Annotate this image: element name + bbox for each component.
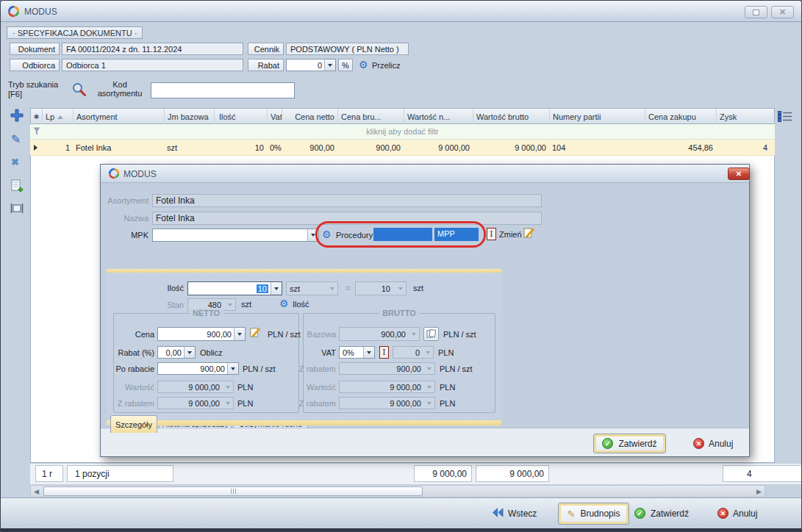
grid-header-cells: LpAsortymentJm bazowaIlośćVatCena nettoC… bbox=[43, 109, 774, 125]
bazowa-combo: 900,00 bbox=[339, 327, 420, 341]
grid-cell[interactable]: 900,00 bbox=[337, 140, 404, 156]
text-cursor-icon[interactable]: I bbox=[487, 228, 496, 240]
rabat-pct-combo[interactable]: 0,00 bbox=[157, 346, 196, 359]
chevron-down-icon bbox=[237, 333, 242, 336]
add-row-icon[interactable] bbox=[10, 109, 24, 123]
grid-cell[interactable]: 0% bbox=[267, 140, 282, 156]
netto-wartosc-unit: PLN bbox=[237, 383, 253, 392]
close-button[interactable]: ✕ bbox=[771, 6, 794, 18]
anuluj-button[interactable]: Anuluj bbox=[733, 508, 757, 519]
zmien-button[interactable]: Zmień bbox=[499, 230, 522, 239]
grid-cell[interactable]: szt bbox=[164, 140, 214, 156]
notes-icon[interactable] bbox=[523, 226, 535, 240]
cena-notes-icon[interactable] bbox=[250, 326, 261, 339]
grid-column-header[interactable]: Asortyment bbox=[74, 109, 165, 125]
grid-cell[interactable]: 9 000,00 bbox=[473, 140, 549, 156]
app-logo-icon bbox=[7, 5, 20, 19]
grid-column-header[interactable]: Cena zakupu bbox=[645, 109, 717, 125]
main-titlebar: MODUS ✕ bbox=[1, 1, 801, 22]
grid-cell[interactable]: 1 bbox=[42, 140, 73, 156]
po-rabacie-combo[interactable]: 900,00 bbox=[157, 362, 239, 375]
grid-cell[interactable]: 10 bbox=[215, 140, 267, 156]
grid-column-header[interactable]: Zysk bbox=[717, 109, 776, 125]
search-icon[interactable] bbox=[71, 82, 87, 99]
zatwierdz-button[interactable]: Zatwierdź bbox=[651, 508, 689, 519]
odbiorca-label: Odbiorca bbox=[10, 59, 60, 71]
gear-ilosc-button[interactable]: Ilość bbox=[293, 300, 309, 309]
grid-cell[interactable]: 9 000,00 bbox=[404, 140, 473, 156]
delete-row-icon[interactable]: ✖ bbox=[11, 157, 19, 168]
ilosc-dropdown-button[interactable] bbox=[271, 282, 282, 295]
summary-netto: 9 000,00 bbox=[414, 465, 472, 482]
wstecz-button[interactable]: Wstecz bbox=[508, 508, 537, 519]
mpk-dropdown-button[interactable] bbox=[307, 229, 318, 241]
grid-cell[interactable]: Fotel Inka bbox=[73, 140, 164, 156]
grid-column-header[interactable]: Lp bbox=[43, 109, 74, 125]
scroll-left-icon[interactable]: ◀ bbox=[31, 486, 42, 497]
przelicz-gear-icon: ⚙ bbox=[359, 60, 368, 70]
chevron-down-icon bbox=[231, 367, 235, 370]
grid-column-header[interactable]: Wartość brutto bbox=[473, 109, 550, 125]
filter-hint-text: kliknij aby dodać filtr bbox=[30, 124, 775, 140]
rabat-pct-label: Rabat (%) bbox=[101, 348, 154, 357]
mpk-label: MPK bbox=[101, 231, 148, 240]
grid-column-header[interactable]: Vat bbox=[268, 109, 282, 125]
rabat-dropdown-button[interactable] bbox=[324, 60, 335, 71]
grid-cell[interactable]: 4 bbox=[716, 140, 775, 156]
horizontal-scrollbar[interactable]: ◀ ▶ bbox=[30, 485, 765, 497]
rabat-pct-dropdown-button[interactable] bbox=[184, 347, 195, 358]
add-document-icon[interactable] bbox=[10, 179, 24, 194]
grid-cell[interactable]: 104 bbox=[549, 140, 645, 156]
grid-column-header[interactable]: Cena netto bbox=[282, 109, 338, 125]
brutto-z-rabatem1-label: Z rabatem bbox=[270, 364, 336, 373]
summary-brutto: 9 000,00 bbox=[476, 465, 549, 482]
brutto-z-rabatem1-unit: PLN / szt bbox=[440, 364, 473, 373]
search-input[interactable] bbox=[151, 82, 295, 98]
vat-combo[interactable]: 0% bbox=[339, 346, 375, 359]
grid-column-header[interactable]: Wartość n... bbox=[404, 109, 473, 125]
tab-szczegoly[interactable]: Szczegóły bbox=[110, 415, 157, 433]
dialog-close-button[interactable]: ✕ bbox=[728, 168, 750, 180]
procedura-tag-selected[interactable] bbox=[373, 228, 432, 241]
ilosc2-unit-label: szt bbox=[413, 284, 423, 292]
grid-column-header[interactable]: Jm bazowa bbox=[165, 109, 215, 125]
netto-title: NETTO bbox=[189, 309, 223, 317]
netto-z-rabatem-unit: PLN bbox=[237, 399, 253, 408]
po-rabacie-dropdown-button[interactable] bbox=[227, 363, 238, 374]
dokument-value: FA 00011/2024 z dn. 11.12.2024 bbox=[62, 43, 243, 55]
brudnopis-button[interactable]: ✎ Brudnopis bbox=[558, 503, 629, 525]
scrollbar-thumb[interactable] bbox=[43, 486, 423, 496]
chevron-down-icon bbox=[274, 287, 279, 290]
dialog-zatwierdz-button[interactable]: ✓ Zatwierdź bbox=[593, 434, 666, 453]
tab-panel-top-strip bbox=[107, 269, 501, 273]
grid-column-header[interactable]: Numery partii bbox=[550, 109, 645, 125]
dialog-zatwierdz-icon: ✓ bbox=[602, 438, 613, 449]
vat-dropdown-button[interactable] bbox=[363, 347, 374, 358]
grid-column-header[interactable]: Cena bru... bbox=[338, 109, 404, 125]
copy-price-button[interactable] bbox=[423, 327, 439, 341]
cena-dropdown-button[interactable] bbox=[234, 328, 245, 340]
procedura-tag-mpp[interactable]: MPP bbox=[434, 228, 479, 241]
mpk-combo[interactable] bbox=[152, 229, 319, 242]
vat-text-cursor-icon[interactable]: I bbox=[379, 346, 389, 359]
chevron-down-icon bbox=[367, 351, 371, 354]
column-chooser-icon[interactable] bbox=[778, 111, 792, 123]
cena-combo[interactable]: 900,00 bbox=[157, 327, 246, 341]
grid-column-header[interactable]: Ilość bbox=[216, 109, 268, 125]
dokument-label: Dokument bbox=[10, 43, 60, 55]
dialog-logo-icon bbox=[108, 168, 120, 181]
dialog-anuluj-button[interactable]: Anuluj bbox=[709, 439, 733, 449]
column-width-icon[interactable] bbox=[10, 203, 24, 216]
grid-filter-row[interactable]: kliknij aby dodać filtr bbox=[30, 124, 775, 140]
rabat-combo[interactable]: 0 bbox=[286, 59, 336, 71]
minimize-button[interactable] bbox=[745, 6, 767, 18]
scroll-right-icon[interactable]: ▶ bbox=[753, 486, 765, 497]
ilosc-selected-value: 10 bbox=[257, 284, 268, 293]
oblicz-button[interactable]: Oblicz bbox=[200, 348, 223, 357]
grid-cell[interactable]: 900,00 bbox=[282, 140, 337, 156]
grid-cell[interactable]: 454,86 bbox=[645, 140, 716, 156]
grid-data-row[interactable]: 1Fotel Inkaszt100%900,00900,009 000,009 … bbox=[30, 140, 775, 156]
ilosc-combo[interactable]: 10 bbox=[187, 281, 282, 295]
edit-row-icon[interactable]: ✎ bbox=[11, 132, 21, 146]
przelicz-button[interactable]: Przelicz bbox=[372, 61, 401, 70]
